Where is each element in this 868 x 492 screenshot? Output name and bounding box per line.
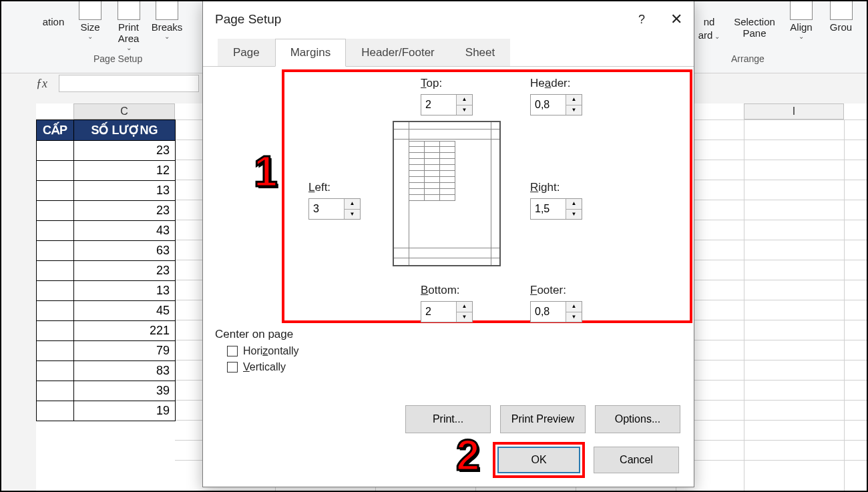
col-header-c[interactable]: C [73,103,175,119]
ribbon-group-page-setup: Page Setup [93,53,142,64]
table-row: 19 [37,401,176,421]
input-header[interactable] [531,95,566,115]
page-preview [393,121,501,266]
spin-up-icon[interactable]: ▲ [457,95,472,105]
dialog-tabs: Page Margins Header/Footer Sheet [203,38,694,67]
chk-horizontal[interactable]: Horizontally [227,345,299,357]
annotation-step-2: 2 [456,431,480,480]
ribbon-align[interactable]: Align⌄ [785,0,818,40]
spin-down-icon[interactable]: ▼ [457,105,472,115]
col-header-i[interactable]: I [744,103,844,119]
chk-vertical[interactable]: Vertically [227,361,299,373]
page-setup-dialog: Page Setup ? ✕ Page Margins Header/Foote… [202,0,694,487]
table-row: 13 [37,181,176,201]
annotation-step-1: 1 [254,147,278,196]
options-button[interactable]: Options... [595,405,680,433]
table-row: 221 [37,321,176,341]
input-footer[interactable] [531,302,566,322]
center-title: Center on page [215,328,299,341]
tab-page[interactable]: Page [218,39,275,67]
checkbox-icon[interactable] [227,362,238,373]
input-left[interactable] [309,199,344,219]
ribbon-group-arrange: Arrange [731,53,765,64]
spin-up-icon[interactable]: ▲ [566,95,582,105]
data-table[interactable]: CẤPSỐ LƯỢNG 23 12 13 23 43 63 23 13 45 2… [36,119,176,421]
table-row: 12 [37,161,176,181]
close-button[interactable]: ✕ [659,3,694,36]
dialog-title: Page Setup [215,12,624,27]
fx-icon[interactable]: ƒx [36,77,47,91]
header-cap: CẤP [37,120,74,141]
label-footer: Footer: [530,284,566,297]
table-row: 23 [37,141,176,161]
label-left: Left: [308,181,331,194]
print-preview-button[interactable]: Print Preview [500,405,586,433]
spin-left[interactable]: ▲▼ [308,198,361,220]
spin-bottom[interactable]: ▲▼ [421,301,473,322]
ribbon-selection-pane[interactable]: Selection Pane [728,16,781,39]
label-right: Right: [530,181,560,194]
spin-up-icon[interactable]: ▲ [457,302,472,312]
checkbox-icon[interactable] [227,346,238,356]
spin-top[interactable]: ▲▼ [421,94,473,115]
label-bottom: Bottom: [421,284,460,297]
help-button[interactable]: ? [624,3,659,36]
spin-down-icon[interactable]: ▼ [566,210,582,220]
table-row: 83 [37,361,176,381]
ribbon-size[interactable]: Size⌄ [73,0,107,40]
header-qty: SỐ LƯỢNG [74,120,176,141]
tab-margins[interactable]: Margins [275,39,346,67]
ribbon-send[interactable]: nd [696,16,722,27]
ribbon-ward[interactable]: ard ⌄ [696,29,722,41]
center-on-page: Center on page Horizontally Vertically [215,328,299,373]
spin-down-icon[interactable]: ▼ [566,312,582,322]
print-button[interactable]: Print... [405,405,491,433]
spin-footer[interactable]: ▲▼ [530,301,582,322]
table-row: 23 [37,261,176,281]
tab-sheet[interactable]: Sheet [450,39,510,67]
tab-header-footer[interactable]: Header/Footer [346,39,450,67]
ribbon-print-area[interactable]: Print Area⌄ [110,0,147,51]
dialog-button-row: Print... Print Preview Options... [203,405,680,433]
table-row: 63 [37,241,176,261]
spin-down-icon[interactable]: ▼ [345,210,360,220]
table-row: 45 [37,301,176,321]
spin-up-icon[interactable]: ▲ [566,302,582,312]
spin-header[interactable]: ▲▼ [530,94,582,115]
spin-right[interactable]: ▲▼ [530,198,582,220]
ok-button[interactable]: OK [497,447,580,473]
spin-down-icon[interactable]: ▼ [566,105,582,115]
cancel-button[interactable]: Cancel [594,447,679,473]
table-row: 79 [37,341,176,361]
label-header: Header: [530,77,571,90]
input-right[interactable] [531,199,566,219]
label-top: Top: [421,77,442,90]
spin-up-icon[interactable]: ▲ [345,199,360,210]
table-row: 43 [37,221,176,241]
table-row: 23 [37,201,176,221]
table-row: 13 [37,281,176,301]
table-row: 39 [37,381,176,401]
ribbon-breaks[interactable]: Breaks⌄ [148,0,186,40]
spin-up-icon[interactable]: ▲ [566,199,582,210]
spin-down-icon[interactable]: ▼ [457,312,472,322]
input-top[interactable] [421,95,456,115]
dialog-titlebar[interactable]: Page Setup ? ✕ [203,1,694,38]
ribbon-orientation[interactable]: ation [37,16,70,27]
ribbon-group[interactable]: Grou [823,0,859,33]
formula-bar[interactable] [59,75,199,92]
input-bottom[interactable] [421,302,456,322]
